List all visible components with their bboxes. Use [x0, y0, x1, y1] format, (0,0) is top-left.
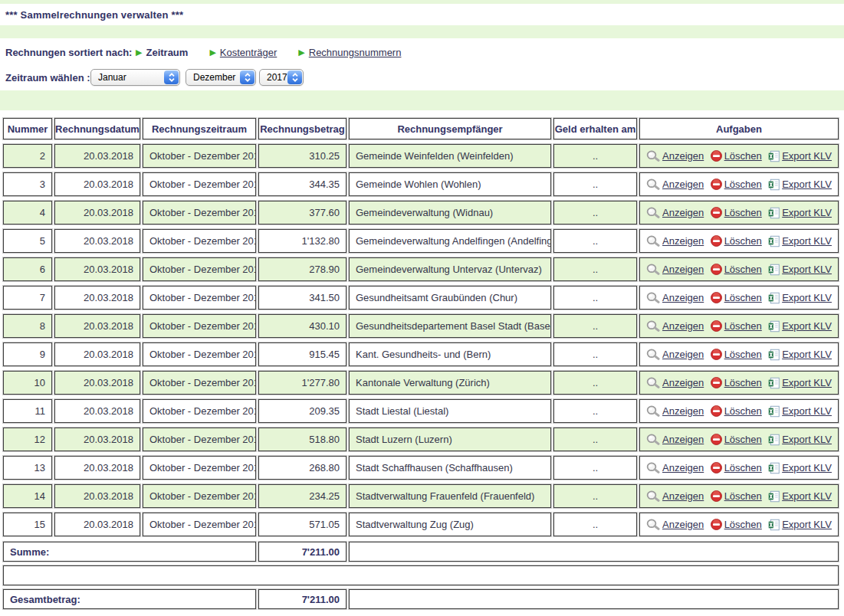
table-row: 4 20.03.2018 Oktober - Dezember 2017 377…	[3, 201, 839, 224]
loeschen-link[interactable]: Löschen	[711, 235, 762, 247]
gesamtbetrag-empty-cell	[349, 589, 839, 609]
excel-icon	[768, 349, 780, 361]
delete-icon	[711, 179, 722, 190]
anzeigen-link[interactable]: Anzeigen	[646, 490, 704, 503]
table-row: 12 20.03.2018 Oktober - Dezember 2017 51…	[3, 428, 839, 451]
cell-rechnungsbetrag: 234.25	[258, 484, 346, 508]
cell-nummer: 8	[3, 314, 52, 338]
green-divider	[0, 25, 844, 38]
sort-row: Rechnungen sortiert nach: ▶ Zeitraum ▶ K…	[5, 45, 844, 59]
loeschen-link[interactable]: Löschen	[711, 462, 762, 473]
loeschen-link[interactable]: Löschen	[711, 264, 762, 275]
magnifier-icon	[646, 462, 660, 474]
anzeigen-link[interactable]: Anzeigen	[646, 320, 704, 333]
export-klv-link[interactable]: Export KLV	[768, 207, 832, 219]
cell-rechnungsdatum: 20.03.2018	[54, 314, 140, 338]
anzeigen-link[interactable]: Anzeigen	[646, 405, 704, 418]
anzeigen-link[interactable]: Anzeigen	[646, 434, 704, 446]
loeschen-link[interactable]: Löschen	[711, 377, 762, 388]
loeschen-link[interactable]: Löschen	[711, 349, 762, 360]
sort-option-link[interactable]: Kostenträger	[220, 47, 277, 58]
export-klv-link[interactable]: Export KLV	[768, 235, 832, 247]
loeschen-link[interactable]: Löschen	[711, 405, 762, 417]
cell-rechnungsbetrag: 278.90	[258, 257, 346, 281]
cell-aufgaben: Anzeigen Löschen	[639, 428, 839, 451]
loeschen-link[interactable]: Löschen	[711, 519, 762, 530]
anzeigen-link[interactable]: Anzeigen	[646, 179, 704, 191]
export-klv-link[interactable]: Export KLV	[768, 462, 832, 474]
cell-rechnungsdatum: 20.03.2018	[54, 484, 140, 508]
anzeigen-link[interactable]: Anzeigen	[646, 235, 704, 247]
title-bar: *** Sammelrechnungen verwalten ***	[0, 4, 844, 25]
cell-aufgaben: Anzeigen Löschen	[639, 144, 839, 168]
excel-icon	[768, 235, 780, 247]
excel-icon	[768, 320, 780, 333]
cell-rechnungsempfaenger: Stadt Luzern (Luzern)	[349, 428, 551, 451]
cell-rechnungszeitraum: Oktober - Dezember 2017	[143, 371, 256, 395]
export-klv-link[interactable]: Export KLV	[768, 519, 832, 531]
sort-option-kostentraeger[interactable]: ▶ Kostenträger	[209, 47, 277, 58]
loeschen-link[interactable]: Löschen	[711, 434, 762, 445]
delete-icon	[711, 405, 722, 417]
cell-rechnungsdatum: 20.03.2018	[54, 428, 140, 451]
delete-icon	[711, 235, 722, 247]
export-klv-link[interactable]: Export KLV	[768, 377, 832, 389]
anzeigen-link[interactable]: Anzeigen	[646, 264, 704, 276]
cell-rechnungsempfaenger: Gesundheitsamt Graubünden (Chur)	[349, 286, 551, 310]
anzeigen-link[interactable]: Anzeigen	[646, 519, 704, 531]
cell-nummer: 5	[3, 229, 52, 253]
cell-nummer: 6	[3, 257, 52, 281]
export-klv-link[interactable]: Export KLV	[768, 490, 832, 503]
header-rechnungsdatum: Rechnungsdatum	[54, 118, 140, 139]
cell-geld-erhalten: ..	[553, 484, 637, 508]
anzeigen-link[interactable]: Anzeigen	[646, 150, 704, 162]
export-klv-link[interactable]: Export KLV	[768, 264, 832, 276]
loeschen-link[interactable]: Löschen	[711, 490, 762, 502]
year-value: 2017	[267, 72, 287, 83]
sort-option-rechnungsnummern[interactable]: ▶ Rechnungsnummern	[298, 47, 401, 58]
loeschen-link[interactable]: Löschen	[711, 320, 762, 332]
delete-icon	[711, 207, 722, 218]
cell-aufgaben: Anzeigen Löschen	[639, 484, 839, 508]
export-klv-link[interactable]: Export KLV	[768, 434, 832, 446]
delete-icon	[711, 264, 722, 275]
magnifier-icon	[646, 320, 660, 333]
export-klv-link[interactable]: Export KLV	[768, 405, 832, 418]
export-klv-link[interactable]: Export KLV	[768, 179, 832, 191]
loeschen-link[interactable]: Löschen	[711, 292, 762, 303]
summe-row: Summe: 7'211.00	[3, 542, 839, 562]
export-klv-link[interactable]: Export KLV	[768, 150, 832, 162]
excel-icon	[768, 150, 780, 162]
sort-option-zeitraum: ▶ Zeitraum	[136, 47, 188, 58]
loeschen-link[interactable]: Löschen	[711, 207, 762, 218]
export-klv-link[interactable]: Export KLV	[768, 320, 832, 333]
cell-geld-erhalten: ..	[553, 428, 637, 451]
month-to-select[interactable]: Dezember	[186, 69, 256, 86]
loeschen-link[interactable]: Löschen	[711, 179, 762, 190]
table-row: 8 20.03.2018 Oktober - Dezember 2017 430…	[3, 314, 839, 338]
cell-rechnungsempfaenger: Kantonale Verwaltung (Zürich)	[349, 371, 551, 395]
magnifier-icon	[646, 349, 660, 361]
anzeigen-link[interactable]: Anzeigen	[646, 292, 704, 304]
anzeigen-link[interactable]: Anzeigen	[646, 349, 704, 361]
magnifier-icon	[646, 405, 660, 418]
cell-rechnungszeitraum: Oktober - Dezember 2017	[143, 172, 256, 196]
month-from-select[interactable]: Januar	[90, 69, 180, 86]
cell-rechnungsbetrag: 341.50	[258, 286, 346, 310]
cell-rechnungszeitraum: Oktober - Dezember 2017	[143, 513, 256, 536]
export-klv-link[interactable]: Export KLV	[768, 292, 832, 304]
excel-icon	[768, 519, 780, 531]
loeschen-link[interactable]: Löschen	[711, 150, 762, 162]
year-select[interactable]: 2017	[259, 69, 304, 86]
cell-rechnungsbetrag: 344.35	[258, 172, 346, 196]
cell-nummer: 2	[3, 144, 52, 168]
excel-icon	[768, 207, 780, 219]
invoices-table: Nummer Rechnungsdatum Rechnungszeitraum …	[1, 113, 841, 541]
sort-option-link[interactable]: Rechnungsnummern	[309, 47, 402, 58]
cell-geld-erhalten: ..	[553, 201, 637, 224]
anzeigen-link[interactable]: Anzeigen	[646, 377, 704, 389]
anzeigen-link[interactable]: Anzeigen	[646, 207, 704, 219]
cell-geld-erhalten: ..	[553, 314, 637, 338]
export-klv-link[interactable]: Export KLV	[768, 349, 832, 361]
anzeigen-link[interactable]: Anzeigen	[646, 462, 704, 474]
